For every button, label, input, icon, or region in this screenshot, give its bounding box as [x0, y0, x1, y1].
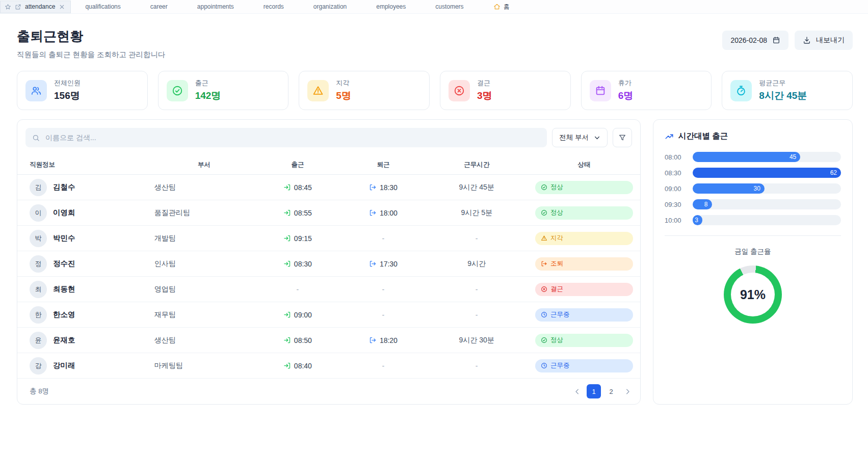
bar-fill: 30	[693, 183, 765, 194]
logout-icon	[369, 183, 377, 191]
bar-time-label: 10:00	[665, 217, 686, 224]
table-row[interactable]: 이 이영희 품질관리팀 08:55 18:00 9시간 5분 정상	[17, 200, 640, 226]
stat-value: 8시간 45분	[759, 89, 807, 102]
table-row[interactable]: 윤 윤재호 생산팀 08:50 18:20 9시간 30분 정상	[17, 328, 640, 353]
employee-name: 박민수	[53, 233, 75, 243]
check-in-time: 08:50	[254, 336, 341, 344]
chevron-left-icon[interactable]	[573, 387, 582, 396]
tab-links: qualificationscareerappointmentsrecordso…	[85, 3, 463, 10]
status-badge: 근무중	[535, 359, 633, 372]
stat-card-3: 결근 3명	[440, 71, 571, 110]
chevron-right-icon[interactable]	[623, 387, 632, 396]
employee-name: 정수진	[53, 259, 75, 269]
logout-icon	[369, 336, 377, 344]
department: 영업팀	[154, 285, 254, 294]
check-in-time: 08:55	[254, 209, 341, 217]
chart-title-label: 시간대별 출근	[678, 131, 728, 142]
department-select[interactable]: 전체 부서	[552, 128, 608, 147]
work-hours: -	[425, 311, 528, 319]
warning-icon	[541, 235, 547, 242]
work-hours: 9시간 5분	[425, 208, 528, 218]
column-header-5: 상태	[528, 161, 640, 169]
avatar: 정	[30, 255, 47, 273]
chart-panel: 시간대별 출근 08:00 45 08:30 62 09:00 30 09:30…	[653, 119, 853, 405]
bar-fill: 8	[693, 199, 712, 209]
login-icon	[283, 260, 291, 268]
login-icon	[283, 209, 291, 217]
employee-name: 김철수	[53, 182, 75, 192]
bar-row: 08:30 62	[665, 168, 841, 178]
filter-button[interactable]	[613, 128, 632, 147]
stat-value: 142명	[195, 89, 221, 102]
star-icon[interactable]	[5, 4, 11, 10]
tab-records[interactable]: records	[264, 3, 284, 10]
table-row[interactable]: 최 최동현 영업팀 - - - 결근	[17, 277, 640, 302]
tab-attendance[interactable]: attendance	[0, 1, 71, 13]
tab-customers[interactable]: customers	[435, 3, 463, 10]
employee-name: 윤재호	[53, 335, 75, 345]
external-link-icon[interactable]	[15, 4, 21, 10]
page-button-1[interactable]: 1	[587, 384, 601, 398]
tab-home[interactable]: 홈	[493, 3, 510, 11]
table-row[interactable]: 박 박민수 개발팀 09:15 - - 지각	[17, 226, 640, 251]
page-button-2[interactable]: 2	[604, 384, 618, 398]
login-icon	[283, 234, 291, 242]
tab-home-label: 홈	[504, 3, 510, 11]
avatar: 김	[30, 179, 47, 196]
employee-name: 한소영	[53, 310, 75, 319]
pagination: 12	[573, 384, 632, 398]
check-in-time: 09:00	[254, 311, 341, 319]
table-row[interactable]: 정 정수진 인사팀 08:30 17:30 9시간 조퇴	[17, 251, 640, 277]
tab-career[interactable]: career	[150, 3, 168, 10]
bar-row: 09:00 30	[665, 183, 841, 194]
bar-row: 08:00 45	[665, 152, 841, 162]
bar-track: 8	[693, 199, 841, 209]
status-badge: 정상	[535, 334, 633, 347]
work-hours: -	[425, 285, 528, 294]
stat-card-4: 휴가 6명	[581, 71, 712, 110]
employee-name: 이영희	[53, 208, 75, 218]
avatar: 강	[30, 357, 47, 375]
column-header-4: 근무시간	[425, 161, 528, 169]
table-row[interactable]: 김 김철수 생산팀 08:45 18:30 9시간 45분 정상	[17, 175, 640, 200]
tab-employees[interactable]: employees	[376, 3, 406, 10]
department: 개발팀	[154, 234, 254, 243]
export-button[interactable]: 내보내기	[795, 31, 853, 50]
main-content: 전체 부서 직원정보부서출근퇴근근무시간상태 김 김철수 생산팀 08:45 1…	[17, 119, 853, 405]
bar-time-label: 08:00	[665, 153, 686, 161]
bar-track: 3	[693, 215, 841, 225]
table-row[interactable]: 강 강미래 마케팅팀 08:40 - - 근무중	[17, 353, 640, 379]
tab-organization[interactable]: organization	[313, 3, 347, 10]
bar-value: 30	[753, 185, 760, 192]
avatar: 이	[30, 204, 47, 222]
page-subtitle: 직원들의 출퇴근 현황을 조회하고 관리합니다	[17, 50, 166, 60]
bar-value: 62	[830, 169, 837, 176]
check-out-time: -	[341, 234, 425, 243]
status-badge: 근무중	[535, 308, 633, 322]
table-row[interactable]: 한 한소영 재무팀 09:00 - - 근무중	[17, 302, 640, 328]
avatar: 한	[30, 306, 47, 324]
department: 마케팅팀	[154, 361, 254, 370]
search-input[interactable]	[44, 133, 540, 142]
check-in-time: 08:40	[254, 362, 341, 370]
date-picker[interactable]: 2026-02-08	[722, 31, 788, 50]
stat-cards: 전체인원 156명 출근 142명 지각 5명 결근 3명 휴가 6명	[17, 71, 853, 110]
bar-track: 62	[693, 168, 841, 178]
users-icon	[25, 80, 47, 101]
stat-label: 휴가	[618, 78, 634, 88]
check-in-time: 08:45	[254, 183, 341, 192]
tab-appointments[interactable]: appointments	[197, 3, 234, 10]
bar-track: 30	[693, 183, 841, 194]
employee-name: 최동현	[53, 284, 75, 294]
search-box	[25, 128, 547, 147]
tab-qualifications[interactable]: qualifications	[85, 3, 120, 10]
stat-value: 3명	[477, 89, 492, 102]
work-hours: 9시간 45분	[425, 183, 528, 192]
bar-fill: 3	[693, 215, 702, 225]
column-header-0: 직원정보	[17, 161, 154, 169]
stat-value: 6명	[618, 89, 634, 102]
check-circle-icon	[541, 337, 547, 343]
bar-fill: 62	[693, 168, 841, 178]
stat-label: 평균근무	[759, 78, 807, 88]
close-icon[interactable]	[59, 4, 65, 10]
